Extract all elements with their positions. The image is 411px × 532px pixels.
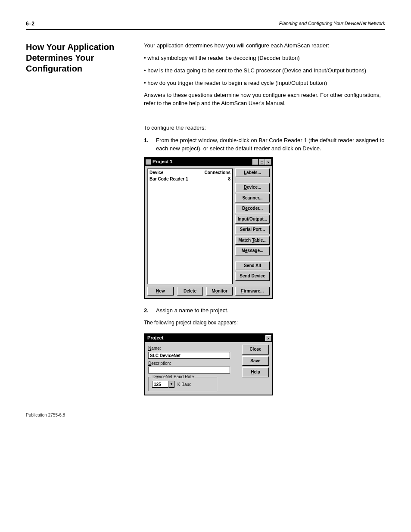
description-input[interactable] — [148, 367, 230, 373]
new-button[interactable]: New — [147, 287, 174, 296]
step-2-num: 2. — [144, 307, 152, 315]
section-title-line2: Determines Your Configuration — [26, 53, 134, 74]
step-1-text: From the project window, double-click on… — [156, 137, 385, 153]
maximize-icon[interactable]: □ — [259, 159, 265, 165]
name-input[interactable]: SLC DeviceNet — [148, 352, 230, 359]
baud-select[interactable]: 125 — [152, 381, 168, 388]
chevron-down-icon[interactable]: ▼ — [168, 381, 174, 388]
project-window: Project 1 _ □ × Device Connections — [144, 157, 273, 299]
list-row[interactable]: Bar Code Reader 1 8 — [149, 176, 230, 183]
step-1-num: 1. — [144, 137, 152, 153]
publication-number: Publication 2755-6.8 — [26, 413, 385, 417]
chapter-title: Planning and Configuring Your DeviceNet … — [279, 21, 385, 26]
dialog-close-icon[interactable]: × — [265, 335, 271, 341]
labels-button[interactable]: Labels... — [235, 168, 270, 177]
device-listbox[interactable]: Device Connections Bar Code Reader 1 8 — [147, 168, 233, 284]
dialog-title: Project — [146, 335, 265, 342]
send-device-button[interactable]: Send Device — [235, 272, 270, 281]
divider — [26, 29, 385, 30]
section-title-line1: How Your Application — [26, 42, 134, 53]
intro-bullet-2: • how is the data going to be sent to th… — [144, 67, 385, 75]
intro-bullet-3: • how do you trigger the reader to begin… — [144, 79, 385, 87]
page-number: 6–2 — [26, 21, 34, 27]
intro-para-2: Answers to these questions determine how… — [144, 91, 385, 108]
close-button[interactable]: Close — [242, 345, 269, 355]
send-all-button[interactable]: Send All — [235, 261, 270, 271]
scanner-button[interactable]: Scanner... — [235, 194, 270, 203]
serial-button[interactable]: Serial Port... — [235, 225, 270, 234]
baud-legend: DeviceNet Baud Rate — [151, 374, 195, 380]
decoder-button[interactable]: Decoder... — [235, 204, 270, 213]
delete-button[interactable]: Delete — [177, 287, 203, 296]
intro-bullet-1: • what symbology will the reader be deco… — [144, 54, 385, 62]
project-dialog: Project × Close Save Help Name: SLC Devi… — [144, 333, 273, 395]
device-button[interactable]: Device... — [235, 183, 270, 192]
help-button[interactable]: Help — [242, 367, 269, 377]
window-icon — [146, 159, 151, 165]
row-conn: 8 — [228, 176, 230, 183]
save-button[interactable]: Save — [242, 356, 269, 366]
match-button[interactable]: Match Table... — [235, 236, 270, 245]
message-button[interactable]: Message... — [235, 246, 270, 255]
window-title: Project 1 — [153, 159, 252, 165]
minimize-icon[interactable]: _ — [252, 159, 258, 165]
step-2-text: Assign a name to the project. — [156, 307, 385, 315]
firmware-button[interactable]: Firmware... — [235, 287, 270, 296]
config-lead: To configure the readers: — [144, 124, 385, 132]
monitor-button[interactable]: Monitor — [206, 287, 233, 296]
io-button[interactable]: Input/Output... — [235, 215, 270, 224]
col-connections: Connections — [204, 170, 230, 176]
close-icon[interactable]: × — [265, 159, 271, 165]
dialog-titlebar: Project × — [145, 334, 272, 342]
baud-groupbox: DeviceNet Baud Rate 125 ▼ K Baud — [148, 377, 217, 391]
row-device: Bar Code Reader 1 — [149, 176, 188, 183]
intro-para: Your application determines how you will… — [144, 42, 385, 50]
dialog-note: The following project dialog box appears… — [144, 319, 385, 327]
col-device: Device — [149, 170, 163, 176]
titlebar: Project 1 _ □ × — [145, 158, 272, 166]
baud-suffix: K Baud — [177, 382, 192, 387]
